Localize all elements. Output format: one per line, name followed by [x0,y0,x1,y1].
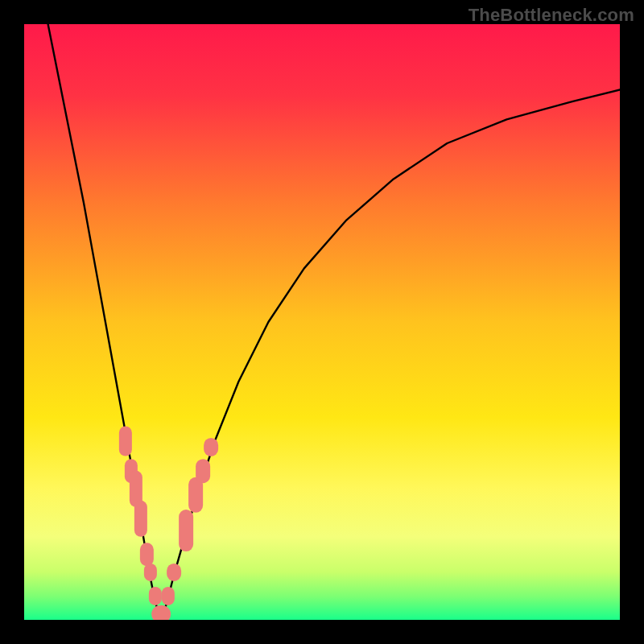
curve-marker-9 [167,564,182,581]
curve-marker-6 [149,587,162,605]
curve-marker-0 [119,427,132,456]
curve-marker-8 [162,587,175,605]
curve-marker-5 [144,564,157,581]
curve-marker-12 [196,459,210,483]
curve-right-branch [161,89,620,620]
chart-frame: TheBottleneck.com [0,0,644,644]
curve-marker-7 [151,605,171,621]
plot-area [24,24,620,620]
curve-marker-13 [204,438,218,456]
curve-marker-3 [134,501,147,536]
bottleneck-curve [24,24,620,620]
watermark-text: TheBottleneck.com [469,5,634,26]
curve-marker-10 [179,510,193,551]
